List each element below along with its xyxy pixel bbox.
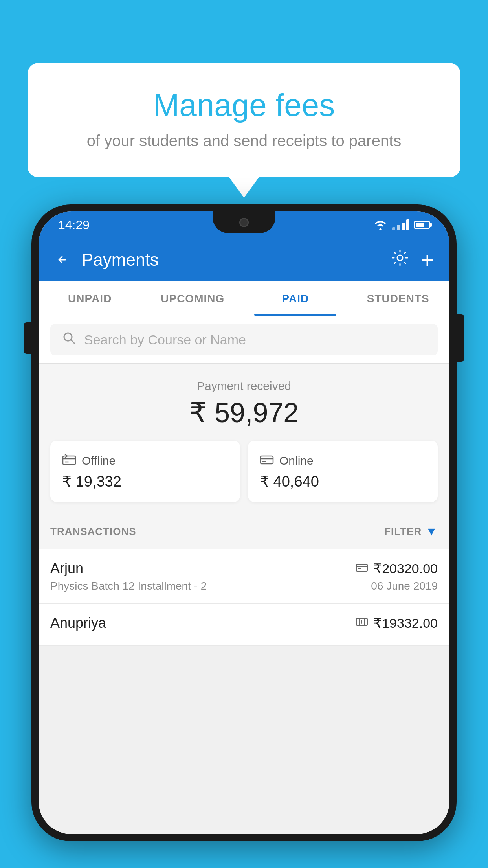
transaction-row-anupriya[interactable]: Anupriya ₹1933 — [39, 604, 449, 646]
online-amount: ₹ 40,640 — [260, 473, 426, 490]
tab-unpaid[interactable]: UNPAID — [39, 281, 141, 316]
transactions-header: TRANSACTIONS FILTER ▼ — [39, 514, 449, 549]
transaction-type-icon-arjun — [356, 562, 368, 575]
phone-container: 14:29 — [31, 204, 457, 868]
speech-bubble-container: Manage fees of your students and send re… — [28, 63, 460, 177]
transaction-date-arjun: 06 June 2019 — [371, 580, 438, 592]
speech-bubble: Manage fees of your students and send re… — [28, 63, 460, 177]
transaction-amount-anupriya-row: ₹19332.00 — [356, 615, 438, 631]
phone-frame: 14:29 — [31, 204, 457, 841]
filter-button[interactable]: FILTER ▼ — [384, 525, 438, 538]
status-bar: 14:29 — [39, 211, 449, 238]
offline-amount: ₹ 19,332 — [62, 473, 228, 490]
app-bar-title: Payments — [82, 250, 379, 270]
search-placeholder: Search by Course or Name — [84, 332, 246, 348]
settings-button[interactable] — [391, 249, 409, 271]
svg-rect-3 — [261, 456, 273, 464]
online-card: Online ₹ 40,640 — [248, 441, 438, 502]
phone-notch — [213, 211, 275, 233]
battery-icon — [414, 221, 430, 229]
svg-point-0 — [397, 255, 403, 261]
transaction-row-arjun[interactable]: Arjun ₹20320.00 — [39, 549, 449, 604]
tabs-bar: UNPAID UPCOMING PAID STUDENTS — [39, 281, 449, 316]
transaction-name-anupriya: Anupriya — [50, 615, 106, 631]
status-time: 14:29 — [58, 218, 90, 232]
online-icon — [260, 452, 274, 469]
transaction-course-arjun: Physics Batch 12 Installment - 2 — [50, 580, 207, 592]
search-container: Search by Course or Name — [39, 316, 449, 364]
transaction-amount-arjun: ₹20320.00 — [373, 561, 438, 576]
wifi-icon — [373, 219, 387, 230]
filter-icon: ▼ — [426, 525, 438, 538]
speech-bubble-subtitle: of your students and send receipts to pa… — [59, 132, 429, 150]
transaction-type-icon-anupriya — [356, 617, 368, 629]
search-icon — [62, 331, 76, 349]
svg-rect-2 — [63, 456, 75, 465]
search-box[interactable]: Search by Course or Name — [50, 324, 438, 355]
transaction-amount-anupriya: ₹19332.00 — [373, 615, 438, 631]
tab-students[interactable]: STUDENTS — [347, 281, 450, 316]
app-bar: Payments + — [39, 238, 449, 281]
phone-screen: 14:29 — [39, 211, 449, 834]
tab-upcoming[interactable]: UPCOMING — [141, 281, 244, 316]
back-button[interactable] — [54, 252, 70, 268]
transactions-label: TRANSACTIONS — [50, 526, 136, 538]
filter-label: FILTER — [384, 526, 422, 538]
payment-label: Payment received — [50, 379, 438, 393]
add-button[interactable]: + — [421, 247, 434, 273]
payment-amount: ₹ 59,972 — [50, 397, 438, 429]
camera — [239, 218, 249, 227]
status-icons — [373, 219, 430, 230]
transaction-amount-arjun-row: ₹20320.00 — [356, 561, 438, 576]
svg-rect-4 — [356, 564, 367, 571]
offline-type: Offline — [82, 454, 116, 467]
transaction-name-arjun: Arjun — [50, 560, 83, 577]
online-type: Online — [279, 454, 314, 467]
tab-paid[interactable]: PAID — [244, 281, 347, 316]
payment-summary: Payment received ₹ 59,972 — [39, 364, 449, 514]
payment-cards: Offline ₹ 19,332 — [50, 441, 438, 502]
speech-bubble-title: Manage fees — [59, 86, 429, 124]
offline-card: Offline ₹ 19,332 — [50, 441, 240, 502]
offline-icon — [62, 452, 76, 469]
signal-icon — [392, 219, 409, 230]
